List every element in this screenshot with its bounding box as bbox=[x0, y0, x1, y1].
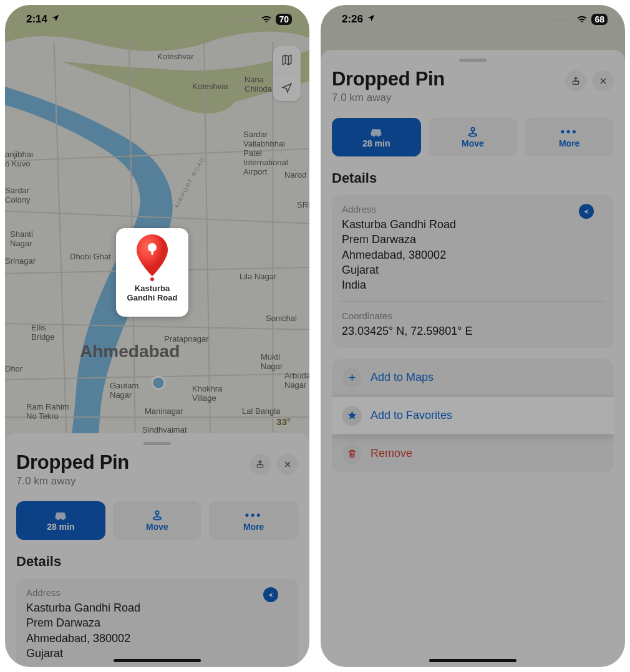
map-place-label: Srinagar bbox=[5, 256, 36, 266]
map-place-label: Gautam Nagar bbox=[110, 381, 138, 400]
dropped-pin-preview[interactable]: Kasturba Gandhi Road bbox=[116, 228, 188, 317]
directions-button[interactable]: 28 min bbox=[16, 501, 105, 540]
cellular-dots-icon: •••• bbox=[554, 15, 570, 24]
add-to-favorites-row[interactable]: Add to Favorites bbox=[332, 396, 614, 434]
status-bar: 2:14 •••• 70 bbox=[5, 5, 309, 34]
map-city-label: Ahmedabad bbox=[80, 342, 180, 362]
status-bar: 2:26 •••• 68 bbox=[321, 5, 625, 34]
location-services-icon bbox=[367, 13, 376, 26]
map-pin-icon bbox=[133, 232, 172, 283]
home-indicator[interactable] bbox=[429, 659, 516, 662]
map-place-label: Sardar Colony bbox=[5, 186, 30, 204]
left-phone-frame: KoteshvarKoteshvarNana ChilodaSardar Val… bbox=[5, 5, 309, 667]
map-place-label: Sardar Vallabhbhai Patel International A… bbox=[243, 130, 288, 176]
map-place-label: Ellis Bridge bbox=[31, 323, 55, 342]
battery-indicator: 70 bbox=[276, 14, 292, 25]
locate-me-button[interactable] bbox=[273, 74, 301, 101]
right-phone-frame: 2:26 •••• 68 Dropped Pin 7.0 km away 28 … bbox=[321, 5, 625, 667]
actions-list: Add to Maps Add to Favorites Remove bbox=[332, 359, 614, 473]
sheet-title: Dropped Pin bbox=[332, 68, 445, 90]
address-label: Address bbox=[26, 587, 288, 598]
svg-point-10 bbox=[469, 133, 477, 137]
coordinates-label: Coordinates bbox=[342, 310, 604, 321]
directions-inline-button[interactable] bbox=[579, 204, 594, 219]
address-label: Address bbox=[342, 204, 604, 214]
map-place-label: SRI bbox=[297, 200, 309, 209]
address-card: Address Kasturba Gandhi Road Prem Darwaz… bbox=[16, 578, 298, 667]
map-place-label: Narod bbox=[284, 170, 306, 180]
address-text: Kasturba Gandhi Road Prem Darwaza Ahmeda… bbox=[342, 217, 604, 292]
sheet-subtitle: 7.0 km away bbox=[332, 92, 445, 104]
more-dots-icon: ••• bbox=[245, 509, 263, 521]
map-place-label: Koteshvar bbox=[157, 52, 194, 61]
share-button[interactable] bbox=[565, 70, 586, 92]
add-to-maps-label: Add to Maps bbox=[371, 371, 434, 384]
map-place-label: Nana Chiloda bbox=[245, 75, 272, 94]
directions-inline-button[interactable] bbox=[263, 587, 278, 602]
trash-icon bbox=[342, 444, 362, 464]
drive-time: 28 min bbox=[47, 522, 74, 532]
map-place-label: Mukti Nagar bbox=[261, 352, 283, 371]
map-mode-button[interactable] bbox=[273, 46, 301, 74]
sheet-subtitle: 7.0 km away bbox=[16, 475, 129, 487]
more-label: More bbox=[559, 138, 579, 148]
move-pin-button[interactable]: Move bbox=[429, 118, 518, 156]
remove-row[interactable]: Remove bbox=[332, 434, 614, 473]
svg-point-9 bbox=[471, 128, 474, 131]
details-heading: Details bbox=[332, 170, 614, 186]
star-icon bbox=[342, 406, 362, 426]
coordinates-text: 23.03425° N, 72.59801° E bbox=[342, 324, 604, 338]
cellular-dots-icon: •••• bbox=[238, 15, 254, 24]
status-time: 2:26 bbox=[342, 13, 363, 26]
move-label: Move bbox=[462, 138, 484, 148]
map-place-label: Maninagar bbox=[145, 406, 183, 416]
battery-indicator: 68 bbox=[591, 14, 608, 25]
more-label: More bbox=[243, 522, 264, 532]
plus-icon bbox=[342, 368, 362, 388]
weather-temperature: 33° bbox=[276, 416, 291, 427]
place-sheet[interactable]: Dropped Pin 7.0 km away 28 min Move ••• … bbox=[5, 433, 309, 667]
move-label: Move bbox=[146, 522, 168, 532]
map-place-label: Khokhra Village bbox=[192, 384, 222, 403]
map-place-label: Koteshvar bbox=[192, 82, 229, 91]
sheet-grabber[interactable] bbox=[459, 59, 487, 62]
home-indicator[interactable] bbox=[114, 659, 201, 662]
svg-point-6 bbox=[155, 511, 158, 514]
more-button[interactable]: ••• More bbox=[209, 501, 298, 540]
map-place-label: Lal Bangla bbox=[242, 406, 280, 416]
place-sheet-expanded[interactable]: Dropped Pin 7.0 km away 28 min Move ••• … bbox=[321, 50, 625, 667]
add-to-maps-row[interactable]: Add to Maps bbox=[332, 359, 614, 396]
card-divider bbox=[341, 301, 605, 302]
map-place-label: Ram Rahim No Tekro bbox=[26, 402, 69, 421]
remove-label: Remove bbox=[371, 447, 412, 460]
sheet-action-buttons: 28 min Move ••• More bbox=[16, 501, 298, 540]
sheet-grabber[interactable] bbox=[143, 442, 171, 445]
map-place-label: Dhobi Ghat bbox=[70, 252, 111, 261]
map-place-label: Sonichal bbox=[266, 314, 297, 323]
more-button[interactable]: ••• More bbox=[525, 118, 614, 156]
svg-point-4 bbox=[150, 277, 154, 281]
close-button[interactable] bbox=[277, 454, 298, 475]
directions-button[interactable]: 28 min bbox=[332, 118, 421, 156]
svg-point-1 bbox=[152, 377, 165, 389]
map-place-label: anjibhai o Kuvo bbox=[5, 150, 33, 168]
close-button[interactable] bbox=[593, 70, 614, 92]
svg-point-7 bbox=[153, 517, 162, 520]
move-pin-button[interactable]: Move bbox=[113, 501, 202, 540]
status-time: 2:14 bbox=[26, 13, 47, 26]
wifi-icon bbox=[576, 14, 588, 25]
pin-move-icon bbox=[150, 509, 164, 521]
car-icon bbox=[369, 126, 383, 137]
map-place-label: Dhor bbox=[5, 364, 22, 373]
map-place-label: Shanti Nagar bbox=[10, 229, 33, 248]
drive-time: 28 min bbox=[362, 138, 390, 148]
details-heading: Details bbox=[16, 554, 298, 570]
share-button[interactable] bbox=[250, 454, 271, 475]
map-place-label: Lila Nagar bbox=[240, 272, 276, 281]
wifi-icon bbox=[261, 14, 272, 25]
sheet-action-buttons: 28 min Move ••• More bbox=[332, 118, 614, 156]
car-icon bbox=[54, 509, 67, 521]
pin-label: Kasturba Gandhi Road bbox=[120, 284, 185, 303]
map-controls bbox=[273, 46, 301, 101]
location-services-icon bbox=[51, 13, 60, 26]
